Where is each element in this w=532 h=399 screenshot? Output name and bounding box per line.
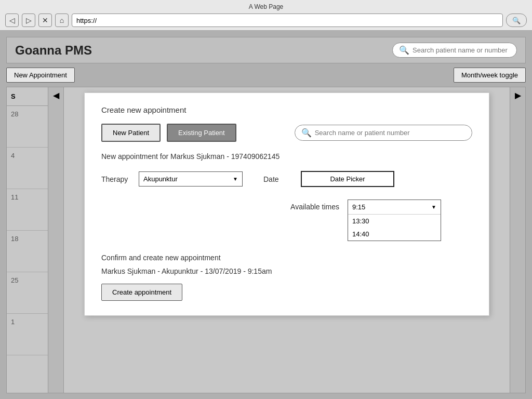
close-button[interactable]: ✕	[38, 14, 52, 27]
month-week-toggle-button[interactable]: Month/week toggle	[454, 68, 526, 83]
calendar-week-11: 11	[7, 189, 48, 231]
appointment-info: New appointment for Markus Sjukman - 197…	[101, 152, 472, 161]
therapy-label: Therapy	[101, 175, 132, 183]
back-button[interactable]: ◁	[5, 14, 19, 27]
app-title: Goanna PMS	[15, 43, 92, 58]
confirm-title: Confirm and create new appointment	[101, 254, 472, 262]
therapy-value: Akupunktur	[143, 175, 229, 183]
time-option-1330[interactable]: 13:30	[348, 215, 441, 228]
new-patient-button[interactable]: New Patient	[101, 124, 161, 142]
times-selected-option[interactable]: 9:15 ▼	[348, 200, 441, 215]
therapy-field: Therapy Akupunktur ▼	[101, 171, 243, 187]
calendar-week-4: 4	[7, 148, 48, 189]
calendar-week-18: 18	[7, 231, 48, 272]
header-search-icon: 🔍	[399, 45, 409, 55]
browser-title: A Web Page	[5, 3, 527, 10]
confirm-section: Confirm and create new appointment Marku…	[101, 254, 472, 301]
patient-search-container[interactable]: 🔍	[295, 125, 472, 141]
therapy-dropdown-icon: ▼	[233, 176, 238, 182]
date-label: Date	[263, 175, 295, 183]
patient-search-icon: 🔍	[301, 128, 312, 138]
create-appointment-modal: Create new appointment New Patient Exist…	[84, 92, 489, 316]
modal-title: Create new appointment	[101, 105, 472, 114]
form-row-therapy-date: Therapy Akupunktur ▼ Date Date Picker	[101, 171, 472, 187]
selected-time-value: 9:15	[352, 203, 431, 211]
therapy-select[interactable]: Akupunktur ▼	[139, 171, 243, 187]
main-area: S 28 4 11 18 25 1 ◀ ▶ Create new appoint…	[6, 87, 526, 393]
available-times-label: Available times	[290, 200, 339, 211]
header-search-input[interactable]	[413, 46, 510, 54]
existing-patient-button[interactable]: Existing Patient	[167, 124, 236, 142]
calendar-left: S 28 4 11 18 25 1	[7, 87, 48, 393]
calendar-col-header: S	[7, 87, 48, 106]
browser-search-button[interactable]: 🔍	[506, 14, 527, 27]
browser-chrome: A Web Page ◁ ▷ ✕ ⌂ 🔍	[0, 0, 532, 31]
confirm-details: Markus Sjukman - Akupunktur - 13/07/2019…	[101, 267, 472, 275]
new-appointment-button[interactable]: New Appointment	[6, 68, 75, 83]
calendar-right: ◀ ▶ Create new appointment New Patient E…	[48, 87, 525, 393]
app-container: Goanna PMS 🔍 New Appointment Month/week …	[0, 31, 532, 399]
toolbar: New Appointment Month/week toggle	[6, 68, 526, 83]
forward-button[interactable]: ▷	[22, 14, 35, 27]
app-header: Goanna PMS 🔍	[6, 37, 526, 63]
calendar-week-25: 25	[7, 272, 48, 314]
date-picker-button[interactable]: Date Picker	[301, 171, 394, 187]
times-row: Available times 9:15 ▼ 13:30 14:40	[101, 200, 472, 241]
create-appointment-button[interactable]: Create appointment	[101, 284, 182, 301]
header-search-container[interactable]: 🔍	[392, 43, 517, 58]
date-field: Date Date Picker	[263, 171, 394, 187]
calendar-week-1: 1	[7, 314, 48, 355]
times-dropdown-icon: ▼	[431, 204, 436, 210]
patient-search-input[interactable]	[315, 129, 466, 137]
home-button[interactable]: ⌂	[55, 14, 69, 27]
available-times-dropdown[interactable]: 9:15 ▼ 13:30 14:40	[348, 200, 441, 241]
modal-overlay: Create new appointment New Patient Exist…	[48, 87, 525, 393]
time-option-1440[interactable]: 14:40	[348, 228, 441, 241]
patient-type-row: New Patient Existing Patient 🔍	[101, 124, 472, 142]
calendar-week-28: 28	[7, 106, 48, 148]
address-bar[interactable]	[72, 14, 503, 27]
browser-controls: ◁ ▷ ✕ ⌂ 🔍	[5, 14, 527, 27]
